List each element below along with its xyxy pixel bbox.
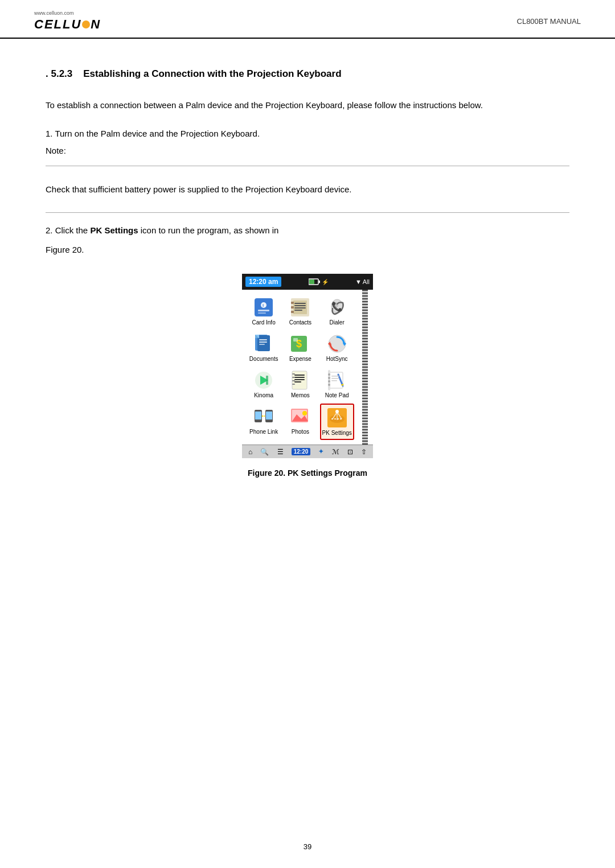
scroll-bar[interactable] (362, 290, 368, 445)
note-block: Check that sufficient battery power is s… (46, 176, 569, 203)
app-notepad[interactable]: Note Pad (320, 367, 354, 401)
app-photos[interactable]: Photos (283, 404, 317, 440)
svg-rect-1 (309, 279, 314, 284)
section-title: Establishing a Connection with the Proje… (83, 68, 341, 79)
svg-rect-14 (291, 302, 294, 304)
step1-text: 1. Turn on the Palm device and the Proje… (46, 126, 569, 141)
page-header: www.celluon.com CELLU N CL800BT MANUAL (0, 0, 615, 39)
divider-2 (46, 212, 569, 213)
note-label: Note: (46, 146, 569, 155)
step2-text: 2. Click the PK Settings icon to run the… (46, 223, 569, 238)
app-kinoma[interactable]: Kinoma (247, 367, 281, 401)
divider-1 (46, 166, 569, 166)
svg-rect-10 (294, 303, 306, 304)
hotsync-icon (326, 333, 348, 355)
notepad-icon (326, 369, 348, 391)
menu-icon: ☰ (277, 448, 284, 456)
logo-text: CELLU N (34, 17, 101, 32)
home-icon: ⌂ (248, 448, 252, 456)
svg-point-67 (335, 410, 339, 413)
step2-prefix: 2. Click the (46, 225, 90, 235)
svg-rect-57 (266, 412, 272, 419)
svg-rect-53 (331, 380, 337, 381)
contacts-icon (289, 297, 311, 318)
app-expense[interactable]: $ Expense (283, 331, 317, 365)
logo-area: www.celluon.com CELLU N (34, 10, 101, 32)
svg-rect-40 (292, 377, 295, 378)
step2-bold: PK Settings (90, 225, 138, 235)
lightning-icon: ⚡ (322, 279, 329, 285)
svg-rect-55 (255, 412, 261, 419)
svg-rect-12 (294, 307, 306, 308)
svg-rect-51 (331, 376, 339, 377)
svg-text:i: i (263, 303, 264, 308)
all-label: ▼ All (355, 278, 370, 285)
bluetooth-icon: ✦ (318, 448, 323, 455)
app-dialer[interactable]: 📞 Dialer (320, 294, 354, 328)
app-phonelink-label: Phone Link (249, 429, 278, 435)
app-card-info[interactable]: i Card Info (247, 294, 281, 328)
app-photos-label: Photos (292, 429, 309, 435)
logo-cellu: CELLU (34, 17, 81, 32)
svg-rect-15 (291, 306, 294, 308)
section-number: 5.2.3 (51, 68, 72, 79)
app-phonelink[interactable]: Phone Link (247, 404, 281, 440)
svg-rect-35 (294, 375, 305, 376)
app-grid: i Card Info (242, 290, 362, 445)
svg-rect-68 (331, 418, 333, 419)
figure-ref-text: Figure 20. (46, 242, 569, 257)
svg-rect-52 (331, 378, 339, 379)
svg-rect-69 (334, 418, 336, 419)
logo-n: N (91, 17, 101, 32)
svg-rect-13 (294, 310, 302, 311)
status-icons: ⚡ (309, 278, 329, 285)
all-text: All (363, 278, 370, 285)
svg-rect-22 (259, 339, 267, 340)
svg-rect-16 (291, 311, 294, 313)
svg-rect-11 (294, 305, 306, 306)
app-contacts-label: Contacts (289, 319, 311, 326)
status-bar: 12:20 am ⚡ ▼ All (242, 274, 373, 290)
svg-rect-2 (319, 281, 320, 283)
dialer-icon: 📞 (326, 297, 348, 318)
svg-rect-24 (259, 344, 265, 345)
svg-rect-23 (259, 342, 267, 343)
svg-point-47 (328, 380, 330, 382)
svg-rect-36 (294, 377, 305, 378)
svg-rect-41 (292, 380, 295, 381)
pksettings-icon (326, 407, 348, 429)
app-memos-label: Memos (291, 392, 310, 399)
app-pksettings[interactable]: PK Settings (320, 404, 354, 440)
manual-title: CL800BT MANUAL (517, 17, 581, 26)
svg-rect-6 (258, 310, 269, 311)
svg-point-48 (328, 384, 330, 386)
app-documents[interactable]: Documents (247, 331, 281, 365)
screen-icon: ⊡ (347, 448, 353, 456)
app-dialer-label: Dialer (330, 319, 345, 326)
page-number: 39 (304, 842, 311, 851)
expense-icon: $ (289, 333, 311, 355)
app-hotsync[interactable]: HotSync (320, 331, 354, 365)
svg-point-45 (328, 373, 330, 376)
logo-circle-icon (82, 20, 90, 28)
note-text: Check that sufficient battery power is s… (46, 182, 569, 197)
svg-rect-39 (292, 373, 295, 375)
main-content: . 5.2.3 Establishing a Connection with t… (0, 39, 615, 512)
app-documents-label: Documents (249, 356, 278, 363)
svg-rect-70 (337, 418, 339, 419)
svg-text:📞: 📞 (331, 301, 343, 312)
svg-rect-71 (340, 418, 342, 419)
app-pksettings-label: PK Settings (322, 430, 352, 437)
memos-icon (289, 369, 311, 391)
signal-icon: ℳ (332, 448, 339, 456)
section-heading: . 5.2.3 Establishing a Connection with t… (46, 67, 569, 81)
app-contacts[interactable]: Contacts (283, 294, 317, 328)
figure-container: 12:20 am ⚡ ▼ All (46, 274, 569, 478)
battery-icon (309, 278, 320, 285)
taskbar: ⌂ 🔍 ☰ 12:20 ✦ ℳ ⊡ ⇧ (242, 445, 373, 458)
app-expense-label: Expense (289, 356, 311, 363)
app-hotsync-label: HotSync (326, 356, 348, 363)
app-memos[interactable]: Memos (283, 367, 317, 401)
svg-rect-27 (293, 338, 298, 342)
time-display: 12:20 am (245, 277, 281, 287)
